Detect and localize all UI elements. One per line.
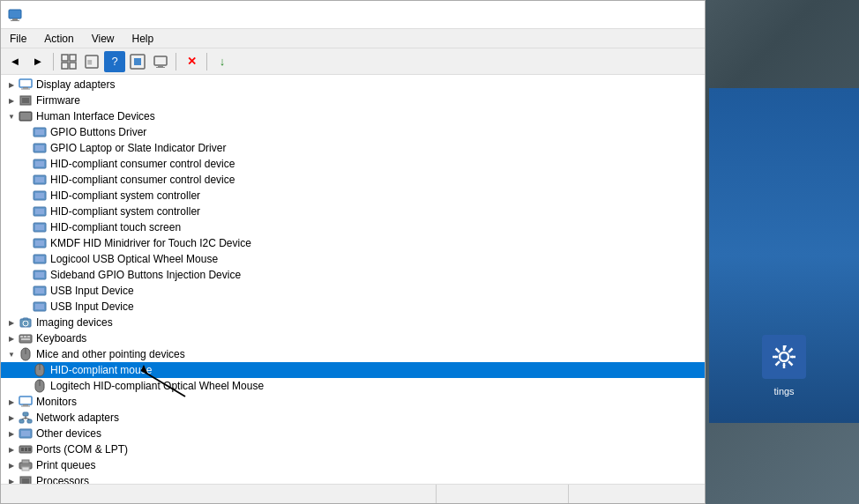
tree-item-hid-touch[interactable]: HID-compliant touch screen	[1, 219, 705, 235]
svg-rect-44	[35, 304, 44, 309]
expander-icon[interactable]	[4, 347, 19, 361]
device-icon	[33, 157, 47, 171]
svg-rect-61	[21, 406, 30, 407]
device-label: HID-compliant touch screen	[50, 221, 181, 233]
device-label: HID-compliant consumer control device	[50, 158, 235, 170]
tree-item-hid-system2[interactable]: HID-compliant system controller	[1, 204, 705, 219]
menu-action[interactable]: Action	[35, 31, 82, 47]
device-label: Sideband GPIO Buttons Injection Device	[50, 269, 241, 281]
svg-rect-14	[19, 79, 32, 87]
device-label: GPIO Buttons Driver	[50, 126, 146, 138]
tree-item-logicool-usb[interactable]: Logicool USB Optical Wheel Mouse	[1, 251, 705, 267]
tree-item-imaging[interactable]: Imaging devices	[1, 315, 705, 330]
device-label: Imaging devices	[36, 316, 113, 329]
properties-button[interactable]: ≡	[81, 51, 102, 72]
tree-item-logitech-mouse[interactable]: Logitech HID-compliant Optical Wheel Mou…	[1, 378, 705, 394]
status-pane-2	[437, 485, 569, 503]
title-bar	[1, 1, 705, 29]
device-label: Print queues	[36, 459, 95, 471]
device-icon	[33, 220, 47, 234]
tree-item-gpio-laptop[interactable]: GPIO Laptop or Slate Indicator Driver	[1, 140, 705, 156]
maximize-button[interactable]	[615, 1, 655, 29]
device-label: Human Interface Devices	[36, 110, 155, 122]
tree-item-hid-consumer1[interactable]: HID-compliant consumer control device	[1, 156, 705, 172]
device-icon	[33, 236, 47, 250]
tree-item-gpio-buttons[interactable]: GPIO Buttons Driver	[1, 124, 705, 140]
device-label: GPIO Laptop or Slate Indicator Driver	[50, 142, 226, 154]
monitor-button[interactable]	[150, 51, 171, 72]
tree-item-usb-input-device1[interactable]: USB Input Device	[1, 283, 705, 299]
tree-item-sideband[interactable]: Sideband GPIO Buttons Injection Device	[1, 267, 705, 283]
app-icon	[8, 8, 22, 22]
device-label: Monitors	[36, 396, 77, 408]
device-label: HID-compliant consumer control device	[50, 174, 235, 186]
svg-rect-36	[35, 241, 44, 246]
svg-rect-59	[19, 397, 32, 404]
update-button[interactable]: ↓	[212, 51, 233, 72]
menu-help[interactable]: Help	[123, 31, 163, 47]
svg-line-84	[776, 349, 780, 352]
toolbar-separator-2	[176, 53, 176, 70]
tree-item-ports[interactable]: Ports (COM & LPT)	[1, 441, 705, 457]
svg-rect-75	[22, 460, 29, 463]
expander-icon[interactable]	[4, 315, 19, 330]
expander-icon	[19, 125, 33, 139]
expander-icon[interactable]	[4, 331, 19, 345]
expander-icon[interactable]	[4, 109, 19, 123]
expander-icon[interactable]	[4, 426, 19, 441]
showhide-button[interactable]	[58, 51, 79, 72]
remove-button[interactable]: ✕	[181, 51, 202, 72]
svg-text:≡: ≡	[87, 57, 93, 67]
tree-item-other-devices[interactable]: Other devices	[1, 426, 705, 441]
expander-icon[interactable]	[4, 442, 19, 456]
expander-icon	[19, 379, 33, 393]
device-label: HID-compliant mouse	[50, 364, 152, 376]
close-button[interactable]	[657, 1, 698, 29]
device-icon	[19, 442, 33, 456]
device-icon	[33, 268, 47, 282]
menu-file[interactable]: File	[1, 31, 35, 47]
device-tree[interactable]: Display adapters Firmware Human Interfac…	[1, 75, 705, 484]
tree-item-keyboards[interactable]: Keyboards	[1, 330, 705, 346]
tree-item-usb-input-device2[interactable]: USB Input Device	[1, 299, 705, 315]
device-label: USB Input Device	[50, 285, 134, 297]
svg-rect-18	[22, 98, 29, 103]
expander-icon	[19, 252, 33, 266]
svg-rect-63	[19, 419, 24, 423]
expander-icon[interactable]	[4, 474, 19, 484]
tree-item-network-adapters[interactable]: Network adapters	[1, 410, 705, 426]
device-icon	[19, 474, 33, 484]
device-label: Network adapters	[36, 411, 119, 424]
minimize-button[interactable]	[572, 1, 613, 29]
tree-item-hid-mouse[interactable]: HID-compliant mouse	[1, 362, 705, 378]
tree-item-monitors[interactable]: Monitors	[1, 394, 705, 410]
tree-item-hid-system[interactable]: HID-compliant system controller	[1, 188, 705, 204]
status-bar	[1, 484, 705, 503]
tree-item-hid-consumer2[interactable]: HID-compliant consumer control device	[1, 172, 705, 188]
tree-item-firmware[interactable]: Firmware	[1, 93, 705, 108]
device-label: Display adapters	[36, 78, 115, 91]
scan-button[interactable]	[127, 51, 148, 72]
forward-button[interactable]: ►	[27, 51, 49, 72]
tree-item-display-adapters[interactable]: Display adapters	[1, 77, 705, 93]
tree-item-processors[interactable]: Processors	[1, 473, 705, 484]
tree-item-mice-group[interactable]: Mice and other pointing devices	[1, 346, 705, 362]
toolbar: ◄ ► ≡ ?	[1, 48, 705, 75]
tree-item-print-queues[interactable]: Print queues	[1, 457, 705, 473]
tree-item-hid-group[interactable]: Human Interface Devices	[1, 108, 705, 124]
tree-item-kmdf-hid[interactable]: KMDF HID Minidriver for Touch I2C Device	[1, 235, 705, 251]
expander-icon[interactable]	[4, 458, 19, 472]
device-icon	[33, 204, 47, 219]
expander-icon[interactable]	[4, 78, 19, 92]
menu-view[interactable]: View	[83, 31, 123, 47]
svg-line-85	[788, 361, 792, 365]
expander-icon[interactable]	[4, 93, 19, 107]
back-button[interactable]: ◄	[4, 51, 26, 72]
svg-rect-71	[21, 448, 24, 451]
expander-icon[interactable]	[4, 411, 19, 425]
expander-icon[interactable]	[4, 395, 19, 409]
help-button[interactable]: ?	[104, 51, 125, 72]
device-label: HID-compliant system controller	[50, 189, 200, 202]
settings-panel: tings	[709, 88, 859, 423]
svg-rect-72	[25, 448, 27, 451]
